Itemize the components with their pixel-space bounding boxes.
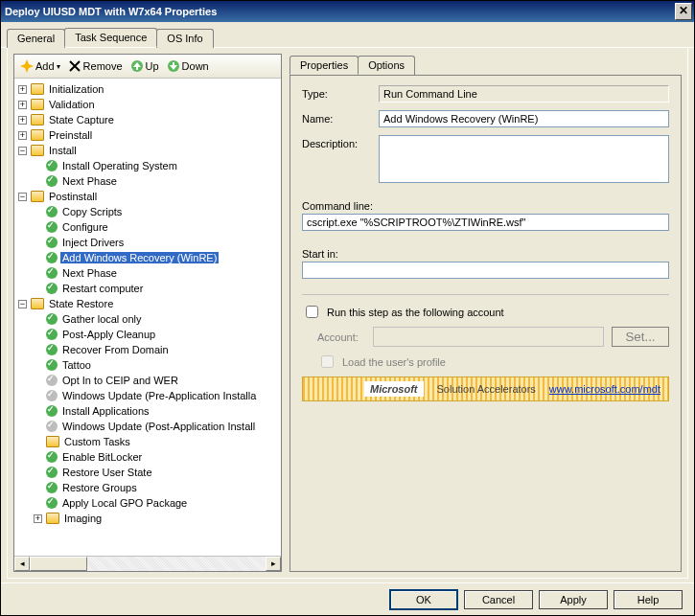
separator: [302, 294, 669, 295]
window-title: Deploy UIUSD MDT with W7x64 Properties: [5, 6, 217, 17]
folder-icon: [31, 114, 44, 125]
check-icon: [46, 252, 58, 263]
check-icon: [46, 160, 58, 171]
tree-step-restore-groups[interactable]: Restore Groups: [34, 480, 279, 495]
tree-step-wu-pre[interactable]: Windows Update (Pre-Application Installa: [34, 388, 279, 403]
scroll-right-icon[interactable]: ▸: [266, 557, 281, 571]
check-icon: [46, 283, 58, 294]
tree-step-gpo[interactable]: Apply Local GPO Package: [34, 495, 279, 511]
tree-step-next-phase-2[interactable]: Next Phase: [34, 265, 279, 281]
name-field[interactable]: [379, 110, 669, 127]
tree-step-install-apps[interactable]: Install Applications: [34, 403, 279, 419]
tree-step-post-apply[interactable]: Post-Apply Cleanup: [34, 327, 279, 342]
account-label: Account:: [317, 331, 365, 343]
tree-step-configure[interactable]: Configure: [34, 219, 279, 235]
check-icon: [46, 467, 58, 478]
check-icon: [46, 329, 58, 340]
disabled-step-icon: [46, 375, 58, 386]
tree-node-imaging[interactable]: +Imaging: [34, 511, 279, 526]
run-as-checkbox[interactable]: [306, 306, 318, 318]
tree-step-tattoo[interactable]: Tattoo: [34, 357, 279, 373]
tree-step-install-os[interactable]: Install Operating System: [34, 158, 279, 173]
properties-panel: Type: Name: Description: Command line: S…: [290, 75, 682, 572]
check-icon: [46, 405, 58, 417]
svg-marker-0: [20, 59, 34, 73]
tab-general[interactable]: General: [7, 29, 65, 48]
description-field[interactable]: [379, 135, 669, 183]
start-in-label: Start in:: [302, 248, 669, 260]
tree-node-postinstall[interactable]: −Postinstall: [18, 189, 279, 204]
tree-step-bitlocker[interactable]: Enable BitLocker: [34, 449, 279, 465]
tree-node-state-capture[interactable]: +State Capture: [18, 112, 279, 127]
folder-icon: [31, 145, 44, 156]
main-tabstrip: General Task Sequence OS Info: [1, 22, 694, 48]
remove-x-icon: [68, 59, 81, 73]
add-star-icon: [20, 59, 34, 73]
tree-step-recover-domain[interactable]: Recover From Domain: [34, 342, 279, 357]
tree-step-inject-drivers[interactable]: Inject Drivers: [34, 235, 279, 250]
account-field: [373, 327, 604, 347]
tree-view[interactable]: +Initialization +Validation +State Captu…: [14, 79, 281, 556]
check-icon: [46, 451, 58, 463]
tree-node-validation[interactable]: +Validation: [18, 97, 279, 112]
check-icon: [46, 313, 58, 325]
tree-node-install[interactable]: −Install: [18, 143, 279, 158]
check-icon: [46, 482, 58, 493]
brand-product: Solution Accelerators: [437, 383, 536, 395]
tree-step-wu-post[interactable]: Windows Update (Post-Application Install: [34, 419, 279, 434]
start-in-field[interactable]: [302, 262, 669, 279]
down-button[interactable]: Down: [165, 58, 211, 74]
help-link[interactable]: www.microsoft.com/mdt: [549, 383, 660, 395]
check-icon: [46, 497, 58, 509]
disabled-step-icon: [46, 390, 58, 401]
dropdown-arrow-icon: ▾: [57, 62, 60, 71]
check-icon: [46, 267, 58, 279]
check-icon: [46, 344, 58, 355]
scroll-thumb[interactable]: [30, 557, 87, 571]
up-button[interactable]: Up: [128, 58, 161, 74]
add-button[interactable]: Add ▾: [18, 58, 62, 74]
tree-node-custom-tasks[interactable]: Custom Tasks: [34, 434, 279, 449]
tab-os-info[interactable]: OS Info: [156, 29, 213, 48]
apply-button[interactable]: Apply: [539, 590, 608, 609]
down-arrow-icon: [167, 59, 180, 73]
set-button: Set...: [612, 327, 669, 347]
help-button[interactable]: Help: [614, 590, 683, 609]
tree-node-state-restore[interactable]: −State Restore: [18, 296, 279, 311]
tree-node-preinstall[interactable]: +Preinstall: [18, 127, 279, 143]
brand-logo: Microsoft: [364, 381, 424, 397]
tree-toolbar: Add ▾ Remove Up Down: [14, 55, 281, 79]
tree-step-restore-user[interactable]: Restore User State: [34, 465, 279, 480]
horizontal-scrollbar[interactable]: ◂ ▸: [14, 556, 281, 571]
disabled-step-icon: [46, 421, 58, 432]
folder-icon: [46, 436, 59, 447]
folder-icon: [31, 129, 44, 141]
footer-strip: Microsoft Solution Accelerators www.micr…: [302, 376, 669, 401]
tree-node-initialization[interactable]: +Initialization: [18, 81, 279, 97]
command-line-field[interactable]: [302, 214, 669, 231]
folder-icon: [31, 99, 44, 110]
ok-button[interactable]: OK: [389, 589, 458, 610]
tree-step-ceip[interactable]: Opt In to CEIP and WER: [34, 373, 279, 388]
tree-step-restart[interactable]: Restart computer: [34, 281, 279, 296]
scroll-left-icon[interactable]: ◂: [14, 557, 30, 571]
tree-step-add-winre[interactable]: Add Windows Recovery (WinRE): [34, 250, 279, 265]
content-area: Add ▾ Remove Up Down +Initiali: [7, 48, 688, 579]
cancel-button[interactable]: Cancel: [464, 590, 533, 609]
tree-step-gather[interactable]: Gather local only: [34, 311, 279, 327]
check-icon: [46, 359, 58, 371]
tree-step-copy-scripts[interactable]: Copy Scripts: [34, 204, 279, 219]
type-label: Type:: [302, 85, 379, 100]
close-button[interactable]: ✕: [675, 3, 692, 20]
titlebar: Deploy UIUSD MDT with W7x64 Properties ✕: [1, 1, 694, 22]
load-profile-label: Load the user's profile: [342, 356, 446, 368]
tab-properties[interactable]: Properties: [290, 56, 359, 75]
tree-step-next-phase[interactable]: Next Phase: [34, 173, 279, 189]
tab-task-sequence[interactable]: Task Sequence: [64, 28, 157, 47]
remove-button[interactable]: Remove: [66, 58, 125, 74]
name-label: Name:: [302, 110, 379, 125]
tab-options[interactable]: Options: [358, 56, 415, 75]
up-arrow-icon: [130, 59, 144, 73]
load-profile-checkbox: [321, 355, 334, 368]
description-label: Description:: [302, 135, 379, 149]
